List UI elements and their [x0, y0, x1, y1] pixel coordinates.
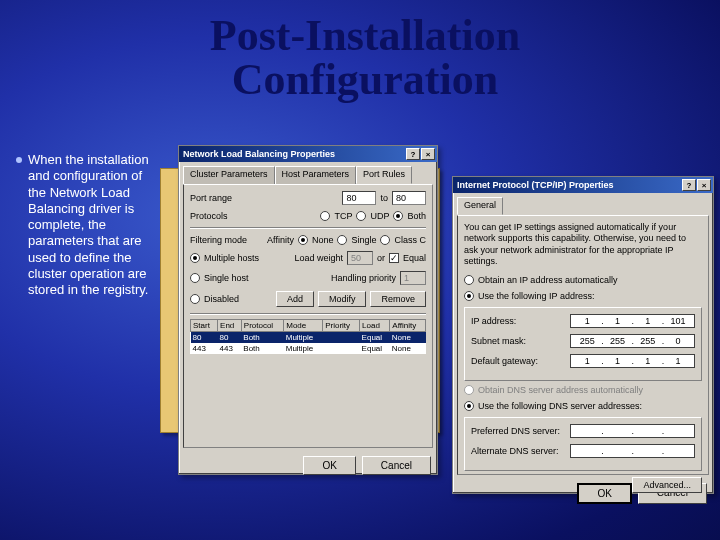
single-label: Single [351, 235, 376, 245]
checkbox-equal[interactable]: ✓ [389, 253, 399, 263]
tcpip-panel: You can get IP settings assigned automat… [457, 215, 709, 475]
tab-cluster-parameters[interactable]: Cluster Parameters [183, 166, 275, 184]
tab-host-parameters[interactable]: Host Parameters [275, 166, 357, 184]
nlb-panel: Port range 80 to 80 Protocols TCP UDP Bo… [183, 184, 433, 448]
slide-title: Post-Installation Configuration [175, 14, 555, 102]
radio-auto-dns [464, 385, 474, 395]
protocols-label: Protocols [190, 211, 228, 221]
col-priority[interactable]: Priority [323, 320, 360, 332]
help-icon[interactable]: ? [406, 148, 420, 160]
radio-use-ip[interactable] [464, 291, 474, 301]
preferred-dns-input[interactable]: ... [570, 424, 695, 438]
classc-label: Class C [394, 235, 426, 245]
affinity-label: Affinity [267, 235, 294, 245]
port-range-label: Port range [190, 193, 232, 203]
col-affinity[interactable]: Affinity [390, 320, 426, 332]
col-end[interactable]: End [218, 320, 242, 332]
preferred-dns-label: Preferred DNS server: [471, 426, 566, 436]
advanced-button[interactable]: Advanced... [632, 477, 702, 493]
tcp-label: TCP [334, 211, 352, 221]
col-start[interactable]: Start [191, 320, 218, 332]
single-host-label: Single host [204, 273, 249, 283]
radio-affinity-none[interactable] [298, 235, 308, 245]
radio-single-host[interactable] [190, 273, 200, 283]
use-ip-label: Use the following IP address: [478, 291, 594, 301]
load-weight-input[interactable]: 50 [347, 251, 373, 265]
port-from-input[interactable]: 80 [342, 191, 376, 205]
tab-general[interactable]: General [457, 197, 503, 215]
bullet-dot-icon [16, 157, 22, 163]
port-rules-table[interactable]: Start End Protocol Mode Priority Load Af… [190, 319, 426, 354]
dns-group: Preferred DNS server: ... Alternate DNS … [464, 417, 702, 471]
nlb-dialog: Network Load Balancing Properties ? × Cl… [178, 145, 438, 475]
default-gateway-label: Default gateway: [471, 356, 566, 366]
or-label: or [377, 253, 385, 263]
radio-auto-ip[interactable] [464, 275, 474, 285]
port-to-input[interactable]: 80 [392, 191, 426, 205]
col-protocol[interactable]: Protocol [241, 320, 283, 332]
nlb-title: Network Load Balancing Properties [183, 149, 335, 159]
ok-button[interactable]: OK [303, 456, 355, 475]
help-icon[interactable]: ? [682, 179, 696, 191]
equal-label: Equal [403, 253, 426, 263]
nlb-titlebar[interactable]: Network Load Balancing Properties ? × [179, 146, 437, 162]
udp-label: UDP [370, 211, 389, 221]
ip-address-input[interactable]: 1.1.1.101 [570, 314, 695, 328]
bullet-list: When the installation and configuration … [16, 152, 156, 298]
subnet-mask-label: Subnet mask: [471, 336, 566, 346]
tab-port-rules[interactable]: Port Rules [356, 166, 412, 184]
auto-ip-label: Obtain an IP address automatically [478, 275, 617, 285]
handling-priority-input[interactable]: 1 [400, 271, 426, 285]
handling-priority-label: Handling priority [331, 273, 396, 283]
both-label: Both [407, 211, 426, 221]
tcpip-titlebar[interactable]: Internet Protocol (TCP/IP) Properties ? … [453, 177, 713, 193]
remove-button[interactable]: Remove [370, 291, 426, 307]
ip-group: IP address: 1.1.1.101 Subnet mask: 255.2… [464, 307, 702, 381]
default-gateway-input[interactable]: 1.1.1.1 [570, 354, 695, 368]
filtering-mode-label: Filtering mode [190, 235, 247, 245]
table-row[interactable]: 8080BothMultipleEqualNone [191, 332, 426, 344]
alternate-dns-label: Alternate DNS server: [471, 446, 566, 456]
add-button[interactable]: Add [276, 291, 314, 307]
auto-dns-label: Obtain DNS server address automatically [478, 385, 643, 395]
ip-address-label: IP address: [471, 316, 566, 326]
cancel-button[interactable]: Cancel [362, 456, 431, 475]
port-to-label: to [380, 193, 388, 203]
subnet-mask-input[interactable]: 255.255.255.0 [570, 334, 695, 348]
tcpip-dialog: Internet Protocol (TCP/IP) Properties ? … [452, 176, 714, 494]
bullet-text: When the installation and configuration … [28, 152, 156, 298]
col-load[interactable]: Load [360, 320, 390, 332]
col-mode[interactable]: Mode [284, 320, 323, 332]
blurb-text: You can get IP settings assigned automat… [464, 222, 702, 267]
radio-use-dns[interactable] [464, 401, 474, 411]
none-label: None [312, 235, 334, 245]
alternate-dns-input[interactable]: ... [570, 444, 695, 458]
radio-multiple-hosts[interactable] [190, 253, 200, 263]
tcpip-title: Internet Protocol (TCP/IP) Properties [457, 180, 614, 190]
load-weight-label: Load weight [294, 253, 343, 263]
table-row[interactable]: 443443BothMultipleEqualNone [191, 343, 426, 354]
radio-affinity-classc[interactable] [380, 235, 390, 245]
modify-button[interactable]: Modify [318, 291, 367, 307]
close-icon[interactable]: × [421, 148, 435, 160]
radio-affinity-single[interactable] [337, 235, 347, 245]
radio-udp[interactable] [356, 211, 366, 221]
use-dns-label: Use the following DNS server addresses: [478, 401, 642, 411]
close-icon[interactable]: × [697, 179, 711, 191]
radio-tcp[interactable] [320, 211, 330, 221]
radio-both[interactable] [393, 211, 403, 221]
nlb-tabs: Cluster Parameters Host Parameters Port … [183, 166, 437, 184]
disabled-label: Disabled [204, 294, 239, 304]
radio-disabled[interactable] [190, 294, 200, 304]
multiple-hosts-label: Multiple hosts [204, 253, 259, 263]
